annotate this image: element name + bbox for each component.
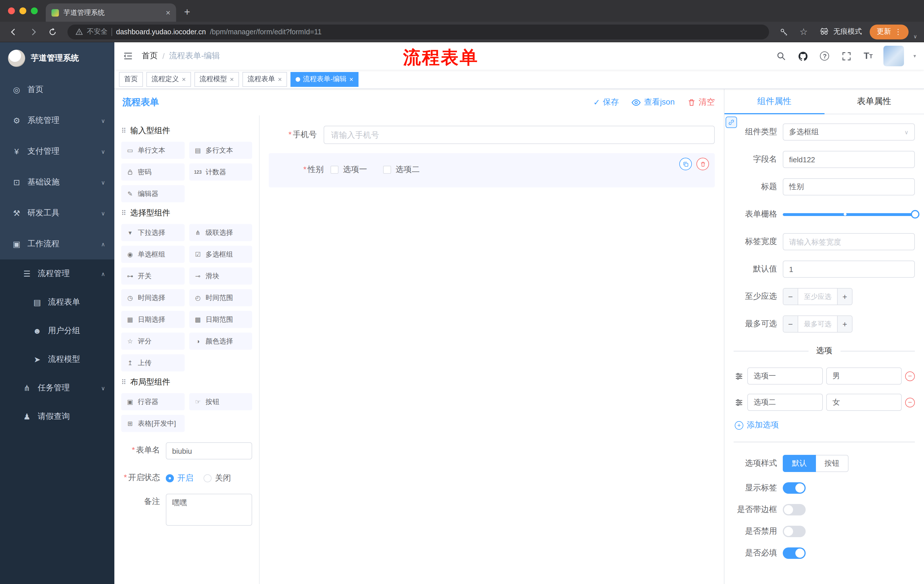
font-size-icon[interactable]: TT [862, 50, 874, 62]
back-button[interactable] [6, 24, 22, 40]
component-item-time-range[interactable]: ◴时间范围 [189, 289, 252, 306]
window-close-button[interactable] [8, 7, 15, 14]
option-value-input[interactable] [826, 394, 902, 411]
option-label-input[interactable] [747, 367, 823, 385]
component-type-select[interactable]: 多选框组 ∨ [783, 123, 915, 141]
forward-button[interactable] [25, 24, 41, 40]
tab-form-props[interactable]: 表单属性 [824, 89, 924, 114]
breadcrumb-home[interactable]: 首页 [142, 51, 158, 61]
tab-component-props[interactable]: 组件属性 [724, 89, 824, 114]
tag-process-form-edit[interactable]: 流程表单-编辑 × [290, 72, 358, 87]
component-item-time-picker[interactable]: ◷时间选择 [121, 289, 185, 306]
sidebar-item-payment-management[interactable]: ¥ 支付管理 ∨ [0, 136, 114, 167]
link-icon[interactable] [726, 117, 737, 128]
component-item-color-picker[interactable]: ◑颜色选择 [189, 332, 252, 350]
sidebar-item-home[interactable]: ◎ 首页 [0, 74, 114, 105]
sidebar-item-process-model[interactable]: ➤ 流程模型 [0, 345, 114, 374]
component-item-radio-group[interactable]: ◉单选框组 [121, 246, 185, 263]
disabled-toggle[interactable] [783, 526, 806, 537]
component-item-button[interactable]: ☞按钮 [189, 393, 252, 410]
border-toggle[interactable] [783, 504, 806, 515]
chevron-down-icon[interactable]: ∨ [912, 33, 918, 39]
copy-field-button[interactable] [679, 158, 692, 170]
window-minimize-button[interactable] [20, 7, 26, 14]
component-item-single-line-text[interactable]: ▭单行文本 [121, 142, 185, 159]
clear-button[interactable]: 清空 [687, 97, 715, 107]
remark-textarea[interactable]: 嘿嘿 [166, 494, 252, 526]
drag-handle-icon[interactable] [734, 372, 744, 380]
remove-option-button[interactable]: − [905, 397, 915, 407]
grid-slider[interactable] [783, 206, 915, 223]
help-icon[interactable]: ? [818, 50, 831, 62]
update-browser-button[interactable]: 更新 ⋮ [870, 24, 909, 39]
bookmark-star-icon[interactable]: ☆ [795, 24, 812, 40]
component-item-date-picker[interactable]: ▦日期选择 [121, 311, 185, 328]
drag-handle-icon[interactable] [734, 398, 744, 406]
password-key-icon[interactable] [776, 24, 792, 40]
sidebar-item-process-form[interactable]: ▤ 流程表单 [0, 288, 114, 317]
field-name-input[interactable] [783, 151, 915, 168]
tag-process-definition[interactable]: 流程定义 × [146, 72, 191, 87]
min-select-input[interactable] [798, 289, 837, 304]
required-toggle[interactable] [783, 548, 806, 559]
component-item-select[interactable]: ▾下拉选择 [121, 224, 185, 241]
phone-input[interactable] [323, 126, 715, 144]
canvas-field-phone[interactable]: *手机号 [269, 126, 715, 144]
style-default-button[interactable]: 默认 [783, 455, 816, 472]
fullscreen-icon[interactable] [840, 50, 853, 62]
increase-button[interactable]: + [837, 289, 852, 304]
browser-tab[interactable]: 芋道管理系统 × [46, 3, 176, 22]
slider-track[interactable] [783, 213, 915, 216]
gender-option1-checkbox[interactable]: 选项一 [330, 165, 367, 175]
component-item-rate[interactable]: ☆评分 [121, 332, 185, 350]
tag-process-model[interactable]: 流程模型 × [195, 72, 239, 87]
tag-close-icon[interactable]: × [349, 75, 353, 83]
component-item-row-container[interactable]: ▣行容器 [121, 393, 185, 410]
component-item-editor[interactable]: ✎编辑器 [121, 185, 185, 202]
decrease-button[interactable]: − [783, 289, 798, 304]
remove-option-button[interactable]: − [905, 371, 915, 381]
menu-dots-icon[interactable]: ⋮ [894, 28, 902, 36]
style-button-button[interactable]: 按钮 [816, 455, 848, 472]
increase-button[interactable]: + [837, 316, 852, 332]
label-width-input[interactable] [783, 233, 915, 250]
component-item-password[interactable]: 密码 [121, 163, 185, 181]
component-item-multi-line-text[interactable]: ▤多行文本 [189, 142, 252, 159]
search-icon[interactable] [775, 50, 788, 62]
reload-button[interactable] [45, 24, 61, 40]
sidebar-item-leave-query[interactable]: ♟ 请假查询 [0, 402, 114, 431]
status-on-radio[interactable]: 开启 [166, 473, 193, 484]
option-value-input[interactable] [826, 367, 902, 385]
canvas-field-gender-selected[interactable]: *性别 选项一 选项二 [269, 153, 715, 188]
default-value-input[interactable] [783, 261, 915, 278]
sidebar-item-dev-tools[interactable]: ⚒ 研发工具 ∨ [0, 198, 114, 229]
sidebar-item-process-management[interactable]: ☰ 流程管理 ∧ [0, 260, 114, 288]
title-input[interactable] [783, 178, 915, 196]
status-off-radio[interactable]: 关闭 [203, 473, 231, 484]
gender-option2-checkbox[interactable]: 选项二 [383, 165, 420, 175]
sidebar-logo[interactable]: 芋道管理系统 [0, 42, 114, 74]
add-option-button[interactable]: + 添加选项 [735, 420, 915, 430]
option-label-input[interactable] [747, 394, 823, 411]
address-bar[interactable]: 不安全 dashboard.yudao.iocoder.cn/bpm/manag… [68, 24, 769, 39]
component-item-upload[interactable]: ↥上传 [121, 354, 185, 372]
window-zoom-button[interactable] [31, 7, 38, 14]
component-item-slider[interactable]: ⊸滑块 [189, 267, 252, 285]
max-select-input[interactable] [798, 316, 837, 332]
sidebar-item-infrastructure[interactable]: ⊡ 基础设施 ∨ [0, 167, 114, 198]
sidebar-toggle-button[interactable] [114, 50, 142, 62]
sidebar-item-task-management[interactable]: ⋔ 任务管理 ∨ [0, 374, 114, 402]
tag-close-icon[interactable]: × [230, 75, 234, 83]
slider-handle[interactable] [911, 210, 919, 219]
form-name-input[interactable] [166, 442, 252, 459]
component-item-checkbox-group[interactable]: ☑多选框组 [189, 246, 252, 263]
tag-close-icon[interactable]: × [182, 75, 186, 83]
new-tab-button[interactable]: + [176, 6, 198, 22]
view-json-button[interactable]: 查看json [632, 97, 675, 107]
tag-close-icon[interactable]: × [278, 75, 282, 83]
show-label-toggle[interactable] [783, 482, 806, 494]
delete-field-button[interactable] [696, 158, 709, 170]
github-icon[interactable] [797, 50, 809, 62]
component-item-cascader[interactable]: ⋔级联选择 [189, 224, 252, 241]
avatar[interactable] [884, 46, 904, 66]
